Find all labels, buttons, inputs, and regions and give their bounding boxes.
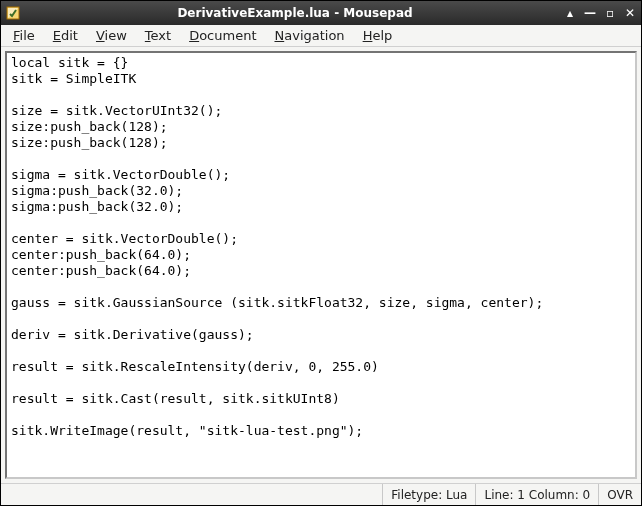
- editor-textarea[interactable]: local sitk = {} sitk = SimpleITK size = …: [5, 51, 637, 479]
- rollup-button[interactable]: ▴: [563, 6, 577, 20]
- window-title: DerivativeExample.lua - Mousepad: [27, 6, 563, 20]
- close-button[interactable]: ✕: [623, 6, 637, 20]
- titlebar[interactable]: DerivativeExample.lua - Mousepad ▴ — ▫ ✕: [1, 1, 641, 25]
- content-wrap: local sitk = {} sitk = SimpleITK size = …: [1, 47, 641, 483]
- menu-view[interactable]: View: [90, 26, 133, 45]
- menu-text[interactable]: Text: [139, 26, 177, 45]
- app-icon: [5, 5, 21, 21]
- statusbar-spacer: [1, 484, 382, 505]
- menu-file[interactable]: File: [7, 26, 41, 45]
- menu-navigation[interactable]: Navigation: [268, 26, 350, 45]
- menu-help[interactable]: Help: [357, 26, 399, 45]
- menubar: File Edit View Text Document Navigation …: [1, 25, 641, 47]
- menu-document[interactable]: Document: [183, 26, 262, 45]
- status-position: Line: 1 Column: 0: [475, 484, 598, 505]
- maximize-button[interactable]: ▫: [603, 6, 617, 20]
- app-window: DerivativeExample.lua - Mousepad ▴ — ▫ ✕…: [0, 0, 642, 506]
- minimize-button[interactable]: —: [583, 6, 597, 20]
- status-filetype[interactable]: Filetype: Lua: [382, 484, 475, 505]
- menu-edit[interactable]: Edit: [47, 26, 84, 45]
- status-mode[interactable]: OVR: [598, 484, 641, 505]
- window-controls: ▴ — ▫ ✕: [563, 6, 637, 20]
- statusbar: Filetype: Lua Line: 1 Column: 0 OVR: [1, 483, 641, 505]
